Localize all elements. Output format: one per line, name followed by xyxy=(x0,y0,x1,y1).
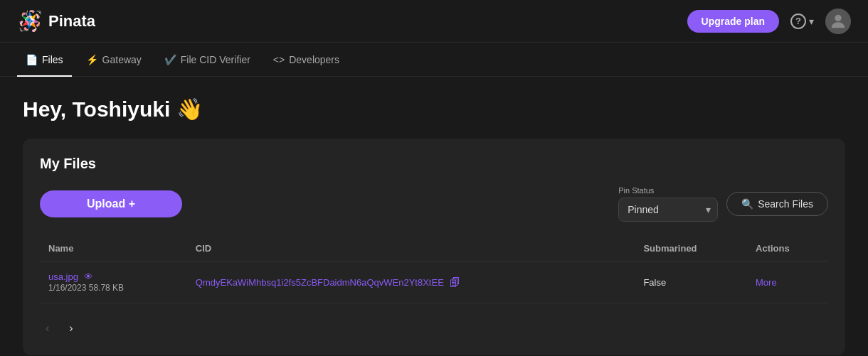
actions-cell: More xyxy=(747,261,828,303)
file-name-link[interactable]: usa.jpg xyxy=(48,271,78,282)
logo-area: 🪅 Pinata xyxy=(17,9,687,34)
user-icon xyxy=(828,11,848,31)
submarined-cell: False xyxy=(635,261,747,303)
copy-icon[interactable]: 🗐 xyxy=(450,276,460,288)
search-icon: 🔍 xyxy=(741,198,753,210)
header-actions: Upgrade plan ? ▾ xyxy=(687,9,851,34)
pin-status-group: Pin Status Pinned Unpinned All xyxy=(618,186,718,222)
files-title: My Files xyxy=(40,156,828,172)
nav: 📄 Files ⚡ Gateway ✔️ File CID Verifier <… xyxy=(0,43,868,77)
eye-icon: 👁 xyxy=(84,271,93,282)
files-table: Name CID Submarined Actions usa.jpg 👁 1/… xyxy=(40,236,828,303)
svg-point-0 xyxy=(835,14,841,21)
next-page-button[interactable]: › xyxy=(63,318,78,338)
nav-item-developers[interactable]: <> Developers xyxy=(265,43,348,77)
upload-button[interactable]: Upload + xyxy=(40,190,182,217)
files-icon: 📄 xyxy=(26,54,38,65)
nav-label-files: Files xyxy=(42,54,63,65)
nav-label-cid-verifier: File CID Verifier xyxy=(181,54,250,65)
next-chevron-icon: › xyxy=(69,322,73,334)
header: 🪅 Pinata Upgrade plan ? ▾ xyxy=(0,0,868,43)
files-card: My Files Upload + Pin Status Pinned Unpi… xyxy=(23,139,845,355)
upgrade-plan-button[interactable]: Upgrade plan xyxy=(687,10,779,33)
search-files-label: Search Files xyxy=(758,198,813,210)
logo-icon: 🪅 xyxy=(17,9,43,34)
file-name-cell: usa.jpg 👁 1/16/2023 58.78 KB xyxy=(40,261,187,303)
submarined-value: False xyxy=(643,277,666,288)
more-button[interactable]: More xyxy=(756,277,777,288)
cid-verifier-icon: ✔️ xyxy=(164,54,176,65)
pagination: ‹ › xyxy=(40,315,828,338)
file-date: 1/16/2023 58.78 KB xyxy=(48,283,124,293)
search-files-button[interactable]: 🔍 Search Files xyxy=(726,192,828,216)
greeting: Hey, Toshiyuki 👋 xyxy=(23,97,845,122)
pin-status-label: Pin Status xyxy=(618,186,718,195)
pin-status-wrapper: Pinned Unpinned All xyxy=(618,198,718,222)
gateway-icon: ⚡ xyxy=(86,54,98,65)
prev-chevron-icon: ‹ xyxy=(46,322,49,334)
table-header-row: Name CID Submarined Actions xyxy=(40,236,828,261)
nav-item-files[interactable]: 📄 Files xyxy=(17,43,72,77)
pin-status-select[interactable]: Pinned Unpinned All xyxy=(618,198,718,222)
help-chevron: ▾ xyxy=(809,16,814,27)
help-icon: ? xyxy=(790,14,806,29)
nav-item-file-cid-verifier[interactable]: ✔️ File CID Verifier xyxy=(156,43,259,77)
logo-text: Pinata xyxy=(48,12,95,31)
avatar[interactable] xyxy=(825,9,851,34)
col-submarined: Submarined xyxy=(635,236,747,261)
table-body: usa.jpg 👁 1/16/2023 58.78 KB QmdyEKaWiMh… xyxy=(40,261,828,303)
nav-label-gateway: Gateway xyxy=(102,54,142,65)
cid-cell: QmdyEKaWiMhbsq1i2fs5ZcBFDaidmN6aQqvWEn2Y… xyxy=(187,261,635,303)
col-actions: Actions xyxy=(747,236,828,261)
developers-icon: <> xyxy=(273,54,285,65)
nav-label-developers: Developers xyxy=(289,54,339,65)
files-toolbar: Upload + Pin Status Pinned Unpinned All … xyxy=(40,186,828,222)
nav-item-gateway[interactable]: ⚡ Gateway xyxy=(78,43,150,77)
help-button[interactable]: ? ▾ xyxy=(790,14,814,29)
col-name: Name xyxy=(40,236,187,261)
table-header: Name CID Submarined Actions xyxy=(40,236,828,261)
cid-link[interactable]: QmdyEKaWiMhbsq1i2fs5ZcBFDaidmN6aQqvWEn2Y… xyxy=(196,277,444,288)
main-content: Hey, Toshiyuki 👋 My Files Upload + Pin S… xyxy=(0,77,868,356)
col-cid: CID xyxy=(187,236,635,261)
toolbar-right: Pin Status Pinned Unpinned All 🔍 Search … xyxy=(618,186,828,222)
table-row: usa.jpg 👁 1/16/2023 58.78 KB QmdyEKaWiMh… xyxy=(40,261,828,303)
prev-page-button[interactable]: ‹ xyxy=(40,318,55,338)
